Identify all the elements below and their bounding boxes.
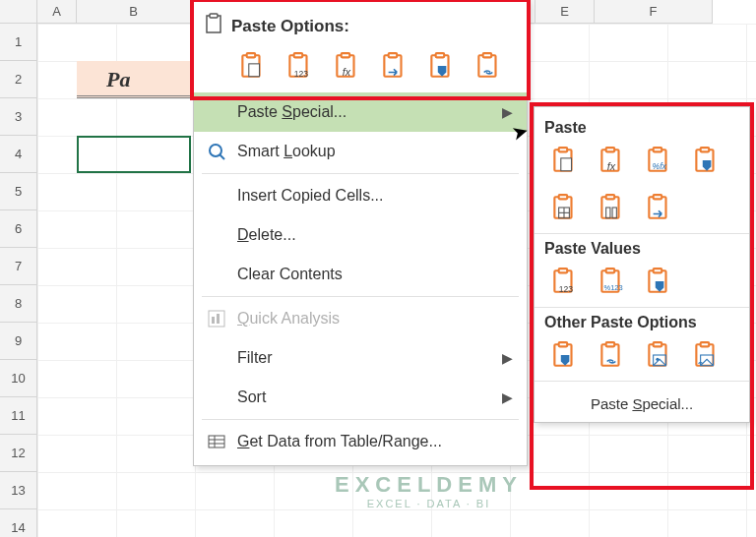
paste-borders-icon[interactable]	[544, 188, 584, 227]
col-header-B[interactable]: B	[77, 0, 191, 24]
svg-rect-33	[654, 148, 662, 151]
paste-transpose-icon[interactable]	[639, 188, 678, 227]
submenu-other-title: Other Paste Options	[544, 314, 739, 331]
paste-formulas-fx-icon[interactable]: fx	[328, 47, 365, 85]
row-header[interactable]: 12	[0, 435, 37, 472]
paste-special-submenu: Paste fx %fx Paste Values 123 %123	[534, 106, 750, 423]
row-header[interactable]: 13	[0, 472, 37, 509]
paste-formatting-icon[interactable]	[422, 47, 460, 85]
row-header[interactable]: 3	[0, 98, 37, 136]
menu-filter[interactable]: Filter ▶	[194, 338, 527, 378]
paste-values-123-icon[interactable]: 123	[281, 47, 318, 85]
get_data-label: Get Data from Table/Range...	[237, 433, 442, 450]
menu-insert_copied[interactable]: Insert Copied Cells...	[194, 176, 527, 215]
row-header[interactable]: 4	[0, 136, 37, 173]
svg-rect-36	[701, 148, 710, 151]
svg-rect-61	[654, 342, 662, 346]
row-header[interactable]: 8	[0, 285, 37, 323]
col-header-F[interactable]: F	[595, 0, 713, 24]
submenu-separator	[535, 307, 749, 308]
smart_lookup-icon	[204, 142, 229, 161]
chevron-right-icon: ▶	[502, 350, 513, 366]
svg-rect-3	[247, 53, 256, 57]
submenu-separator	[535, 381, 749, 382]
svg-rect-12	[389, 53, 398, 57]
menu-delete[interactable]: Delete...	[194, 215, 527, 255]
svg-rect-20	[212, 317, 215, 324]
chevron-right-icon: ▶	[502, 104, 513, 120]
picture-icon[interactable]	[639, 335, 678, 375]
values-brush-icon[interactable]	[639, 262, 678, 301]
menu-separator	[202, 419, 519, 420]
paste-colwidth-icon[interactable]	[592, 188, 631, 227]
cell-B4-selected[interactable]	[77, 136, 191, 173]
menu-paste_special[interactable]: Paste Special... ▶	[194, 92, 527, 132]
col-header-E[interactable]: E	[536, 0, 595, 24]
paste-transpose-icon[interactable]	[375, 47, 412, 85]
row-header[interactable]: 10	[0, 360, 37, 397]
menu-sort[interactable]: Sort ▶	[194, 378, 527, 417]
svg-text:fx: fx	[607, 160, 616, 172]
paste-options-label: Paste Options:	[231, 17, 349, 36]
svg-rect-21	[217, 314, 220, 324]
paste-fx-icon[interactable]: fx	[592, 141, 631, 180]
row-header[interactable]: 2	[0, 61, 37, 98]
svg-text:%fx: %fx	[653, 161, 667, 171]
svg-text:%123: %123	[604, 283, 623, 292]
row-header[interactable]: 9	[0, 323, 37, 360]
svg-rect-6	[294, 53, 303, 57]
menu-smart_lookup[interactable]: Smart Lookup	[194, 132, 527, 171]
values-123-icon[interactable]: 123	[544, 262, 584, 301]
paste-icon[interactable]	[233, 47, 271, 85]
delete-label: Delete...	[237, 226, 296, 244]
svg-rect-59	[606, 342, 615, 346]
row-header[interactable]: 14	[0, 509, 37, 537]
row-header[interactable]: 5	[0, 173, 37, 210]
col-header-A[interactable]: A	[37, 0, 77, 24]
row-header[interactable]: 1	[0, 24, 37, 61]
svg-rect-65	[701, 342, 710, 346]
svg-rect-22	[209, 436, 224, 448]
paste-brush-icon[interactable]	[686, 141, 725, 180]
row-header[interactable]: 6	[0, 210, 37, 248]
smart_lookup-label: Smart Lookup	[237, 143, 336, 160]
cell-B2[interactable]: Pa	[77, 61, 191, 98]
context-menu: Paste Options: 123 fx Paste Special... ▶…	[193, 0, 528, 466]
svg-rect-27	[559, 148, 568, 151]
linked-picture-icon[interactable]	[686, 335, 725, 375]
svg-line-18	[220, 154, 224, 159]
select-all-corner[interactable]	[0, 0, 37, 24]
values-pct123-icon[interactable]: %123	[592, 262, 631, 301]
svg-rect-16	[483, 53, 492, 57]
submenu-paste-title: Paste	[544, 119, 739, 137]
clipboard-icon	[204, 13, 223, 39]
chevron-right-icon: ▶	[502, 389, 513, 405]
paste-pctfx-icon[interactable]: %fx	[639, 141, 678, 180]
paste-options-icons: 123 fx	[194, 43, 527, 92]
formatting-icon[interactable]	[544, 335, 584, 375]
submenu-values-icons: 123 %123	[544, 262, 739, 301]
paste-options-header: Paste Options:	[194, 5, 527, 43]
svg-rect-43	[606, 195, 615, 199]
svg-rect-44	[606, 208, 610, 218]
submenu-paste-special-link[interactable]: Paste Special...	[544, 386, 739, 422]
svg-rect-1	[210, 14, 218, 18]
row-header[interactable]: 11	[0, 397, 37, 435]
menu-quick_analysis: Quick Analysis	[194, 299, 527, 338]
paste-icon[interactable]	[544, 141, 584, 180]
row-header[interactable]: 7	[0, 248, 37, 285]
menu-get_data[interactable]: Get Data from Table/Range...	[194, 422, 527, 461]
paste-link-icon[interactable]	[470, 47, 507, 85]
row-headers: 1 2 3 4 5 6 7 8 9 10 11 12 13 14	[0, 24, 37, 537]
menu-separator	[202, 296, 519, 297]
submenu-separator	[535, 233, 749, 234]
menu-clear[interactable]: Clear Contents	[194, 255, 527, 294]
submenu-paste-icons: fx %fx	[544, 141, 739, 227]
clear-label: Clear Contents	[237, 266, 343, 283]
link-icon[interactable]	[592, 335, 631, 375]
paste_special-label: Paste Special...	[237, 103, 346, 121]
svg-rect-57	[559, 342, 568, 346]
svg-rect-38	[559, 195, 568, 199]
filter-label: Filter	[237, 349, 273, 367]
sort-label: Sort	[237, 388, 266, 406]
